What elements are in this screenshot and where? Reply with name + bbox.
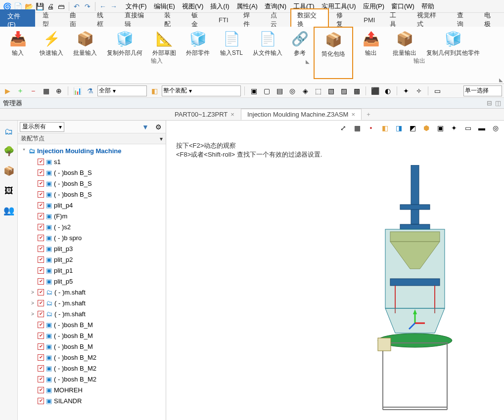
checkbox[interactable]: ✔: [38, 267, 44, 274]
tb-icon-3[interactable]: ▤: [274, 85, 285, 96]
vt-icon-8[interactable]: ▣: [435, 123, 446, 133]
tb-icon-6[interactable]: ⬚: [313, 85, 323, 96]
tree[interactable]: ˅ 🗂 Injection Moulding Machine ✔▣s1✔▣( -…: [18, 144, 166, 420]
tb-icon-9[interactable]: ▩: [351, 85, 362, 96]
strip-box-icon[interactable]: 📦: [2, 164, 16, 178]
target-icon[interactable]: ⊕: [53, 85, 64, 96]
vt-icon-9[interactable]: ✦: [449, 123, 459, 133]
tb-icon-4[interactable]: ◎: [287, 85, 298, 96]
close-icon[interactable]: ×: [230, 111, 234, 118]
vt-icon-1[interactable]: ⤢: [338, 123, 349, 133]
ref-button[interactable]: 🔗 参考: [289, 29, 311, 57]
tree-item[interactable]: ✔▣MOHREH: [18, 384, 166, 395]
tb-icon-1[interactable]: ▣: [248, 85, 259, 96]
tb-icon-7[interactable]: ▧: [325, 85, 336, 96]
tree-item[interactable]: ✔▣plit_p5: [18, 276, 166, 287]
ribbon-tab-fti[interactable]: FTI: [211, 14, 236, 26]
checkbox[interactable]: ✔: [38, 191, 44, 198]
fromfile-button[interactable]: 📄 从文件输入: [250, 29, 285, 57]
checkbox[interactable]: ✔: [38, 289, 44, 295]
checkbox[interactable]: ✔: [38, 246, 44, 252]
checkbox[interactable]: ✔: [38, 300, 44, 306]
tree-item[interactable]: >✔🗂( - )m.shaft: [18, 297, 166, 308]
checkbox[interactable]: ✔: [38, 354, 44, 361]
tree-item[interactable]: ✔▣plit_p1: [18, 265, 166, 276]
grip-icon[interactable]: ▦: [41, 85, 51, 96]
checkbox[interactable]: ✔: [38, 169, 44, 176]
tree-item[interactable]: ✔▣( - )bosh B_M: [18, 341, 166, 352]
tb-icon-5[interactable]: ◈: [300, 85, 311, 96]
input-button[interactable]: 📥 输入: [3, 29, 33, 57]
checkbox[interactable]: ✔: [38, 180, 44, 187]
checkbox[interactable]: ✔: [38, 322, 44, 328]
checkbox[interactable]: ✔: [38, 202, 44, 209]
tb-icon-14[interactable]: ▭: [432, 85, 443, 96]
copyother-button[interactable]: 🧊 复制几何到其他零件: [423, 29, 483, 57]
plus-icon[interactable]: ＋: [15, 85, 26, 96]
tree-item[interactable]: ✔▣plit_p3: [18, 243, 166, 254]
tb-icon-12[interactable]: ✦: [401, 85, 412, 96]
expand-icon[interactable]: >: [30, 300, 36, 306]
collapse-icon[interactable]: ˅: [21, 148, 27, 154]
tree-item[interactable]: ✔▣( - )bosh B_S: [18, 167, 166, 178]
doc-tab-1[interactable]: PART00~1.Z3PRT ×: [168, 109, 241, 120]
checkbox[interactable]: ✔: [38, 224, 44, 230]
vt-icon-6[interactable]: ◩: [407, 123, 418, 133]
filter-combo[interactable]: 全部▾: [97, 85, 147, 96]
select-mode-combo[interactable]: 单一选择: [463, 85, 502, 96]
tree-item[interactable]: >✔🗂( - )m.shaft: [18, 308, 166, 319]
tree-item[interactable]: ✔▣( - )bosh B_M: [18, 330, 166, 341]
expand-icon[interactable]: >: [30, 290, 36, 295]
strip-assembly-icon[interactable]: 🗂: [2, 125, 16, 138]
checkbox[interactable]: ✔: [38, 343, 44, 350]
tree-item[interactable]: ✔▣SILANDR: [18, 395, 166, 406]
extpart-button[interactable]: 🧊 外部零件: [183, 29, 213, 57]
select-cursor-icon[interactable]: ▶: [2, 85, 13, 96]
tree-item[interactable]: ✔▣( - )bosh B_M2: [18, 374, 166, 384]
pin-icon[interactable]: ⊟: [487, 99, 492, 107]
checkbox[interactable]: ✔: [38, 159, 44, 165]
tree-item[interactable]: ✔▣plit_p4: [18, 200, 166, 210]
vt-icon-2[interactable]: ▦: [352, 123, 363, 133]
assembly-combo[interactable]: 整个装配▾: [162, 85, 241, 96]
tree-item[interactable]: ✔▣(F)m: [18, 210, 166, 221]
vt-icon-10[interactable]: ▭: [462, 123, 473, 133]
vt-icon-7[interactable]: ⬢: [421, 123, 432, 133]
output-button[interactable]: 📤 输出: [356, 29, 386, 57]
strip-user-icon[interactable]: 👥: [2, 204, 16, 217]
checkbox[interactable]: ✔: [38, 235, 44, 241]
batchinput-button[interactable]: 📦 批量输入: [70, 29, 100, 57]
stl-button[interactable]: 📄 输入STL: [217, 29, 246, 57]
funnel-icon[interactable]: ▼: [140, 122, 151, 132]
strip-tree-icon[interactable]: 🌳: [2, 144, 16, 158]
viewport[interactable]: ⤢ ▦ • ◧ ◨ ◩ ⬢ ▣ ✦ ▭ ▬ ◎ 按下<F2>动态的观察 <F8>…: [166, 121, 504, 420]
minus-icon[interactable]: −: [28, 85, 39, 96]
tree-item[interactable]: ✔▣( - )b spro: [18, 232, 166, 243]
checkbox[interactable]: ✔: [38, 398, 44, 404]
doc-tab-2[interactable]: Injection Moulding Machine.Z3ASM ×: [241, 109, 362, 120]
tb-icon-11[interactable]: ◐: [382, 85, 393, 96]
simplify-button[interactable]: 📦 简化包络 ◣: [314, 27, 353, 79]
copyext-button[interactable]: 🧊 复制外部几何: [104, 29, 145, 57]
vt-icon-5[interactable]: ◨: [393, 123, 404, 133]
extsketch-button[interactable]: 📐 外部草图: [149, 29, 179, 57]
dialog-launcher-icon[interactable]: ◣: [499, 77, 503, 83]
cube-icon[interactable]: ◧: [149, 85, 160, 96]
dock-icon[interactable]: ◫: [495, 99, 501, 107]
tree-item[interactable]: ✔▣( - )bosh B_M: [18, 319, 166, 330]
vt-icon-3[interactable]: •: [366, 123, 376, 133]
close-icon[interactable]: ×: [351, 111, 355, 118]
ribbon-tab-pmi[interactable]: PMI: [356, 14, 382, 26]
tree-item[interactable]: ✔▣( - )bosh B_S: [18, 189, 166, 200]
tree-item[interactable]: >✔🗂( - )m.shaft: [18, 287, 166, 297]
checkbox[interactable]: ✔: [38, 311, 44, 317]
checkbox[interactable]: ✔: [38, 256, 44, 263]
checkbox[interactable]: ✔: [38, 333, 44, 339]
checkbox[interactable]: ✔: [38, 365, 44, 372]
chevron-down-icon[interactable]: ▾: [160, 135, 163, 142]
checkbox[interactable]: ✔: [38, 213, 44, 219]
checkbox[interactable]: ✔: [38, 387, 44, 393]
tree-filter-combo[interactable]: 显示所有▾: [20, 122, 64, 132]
vt-icon-4[interactable]: ◧: [379, 123, 390, 133]
tree-root[interactable]: ˅ 🗂 Injection Moulding Machine: [18, 145, 166, 156]
